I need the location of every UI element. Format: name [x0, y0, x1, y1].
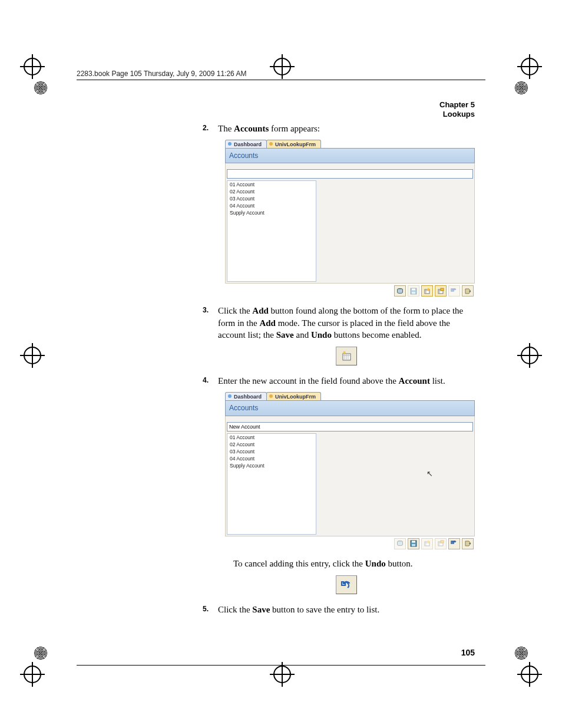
dot-icon — [228, 394, 232, 398]
close-button[interactable] — [462, 538, 474, 549]
tab-dashboard[interactable]: Dashboard — [225, 392, 267, 400]
step-number: 4. — [203, 375, 209, 385]
add-button-illustration — [336, 347, 357, 365]
chapter-heading: Chapter 5 Lookups — [439, 100, 475, 120]
form-title: Accounts — [225, 400, 475, 416]
tab-label: UnivLookupFrm — [275, 141, 316, 147]
chapter-title: Lookups — [439, 110, 475, 119]
step-text: form appears: — [269, 124, 320, 133]
database-button[interactable] — [394, 538, 406, 549]
step-text: To cancel adding this entry, click the — [233, 559, 365, 568]
screenshot-new-account: Dashboard UnivLookupFrm Accounts 01 Acco… — [225, 391, 475, 549]
delete-button[interactable] — [435, 538, 447, 549]
list-item[interactable]: 03 Account — [227, 448, 316, 455]
step-text: The — [218, 124, 234, 133]
list-item[interactable]: 04 Account — [227, 202, 316, 209]
step-text: Click the — [218, 605, 252, 614]
accounts-list[interactable]: 01 Account 02 Account 03 Account 04 Acco… — [227, 180, 316, 282]
crop-mark-icon — [273, 666, 291, 683]
svg-rect-6 — [441, 288, 444, 291]
step-text: Click the — [218, 306, 252, 315]
crop-mark-icon — [521, 347, 538, 364]
dot-icon — [269, 394, 273, 398]
crop-mark-icon — [24, 58, 41, 75]
list-item[interactable]: 01 Account — [227, 181, 316, 188]
svg-rect-10 — [412, 541, 415, 543]
crop-mark-icon — [24, 666, 41, 683]
delete-button[interactable] — [435, 285, 447, 297]
database-button[interactable] — [394, 285, 406, 297]
cancel-note: To cancel adding this entry, click the U… — [233, 558, 475, 569]
footer-rule — [77, 665, 485, 666]
screenshot-accounts-form: Dashboard UnivLookupFrm Accounts 01 Acco… — [225, 139, 475, 297]
register-disc-icon — [34, 647, 47, 660]
undo-button-illustration — [336, 575, 357, 594]
list-item[interactable]: Supply Account — [227, 462, 316, 469]
list-item[interactable]: 02 Account — [227, 188, 316, 195]
step-text: buttons become enabled. — [332, 330, 421, 340]
form-title: Accounts — [225, 148, 475, 163]
accounts-list[interactable]: 01 Account 02 Account 03 Account 04 Acco… — [227, 433, 316, 535]
step-text: Enter the new account in the field found… — [218, 376, 399, 386]
account-name-input[interactable] — [227, 169, 473, 179]
step-text: and — [294, 330, 311, 340]
step-text: button to save the entry to list. — [270, 605, 379, 614]
add-term: Add — [259, 318, 276, 328]
cursor-icon: ↖ — [427, 469, 433, 479]
step-2: 2. The Accounts form appears: Dashboard … — [203, 123, 475, 297]
save-term: Save — [276, 330, 294, 340]
tab-label: Dashboard — [234, 141, 262, 147]
crop-mark-icon — [521, 58, 538, 75]
tab-dashboard[interactable]: Dashboard — [225, 140, 267, 148]
register-disc-icon — [34, 81, 47, 94]
add-term: Add — [252, 306, 269, 315]
save-button[interactable] — [408, 285, 419, 297]
tab-label: Dashboard — [234, 394, 262, 400]
list-item[interactable]: 01 Account — [227, 434, 316, 441]
step-text: list. — [430, 376, 445, 386]
tab-univlookupfrm[interactable]: UnivLookupFrm — [266, 140, 321, 148]
step-text: button. — [386, 559, 413, 568]
svg-rect-11 — [412, 544, 415, 546]
step-4: 4. Enter the new account in the field fo… — [203, 375, 475, 594]
form-toolbar — [225, 536, 475, 549]
register-disc-icon — [515, 647, 528, 660]
list-item[interactable]: 03 Account — [227, 195, 316, 202]
step-number: 2. — [203, 123, 209, 133]
register-disc-icon — [515, 81, 528, 94]
form-toolbar — [225, 284, 475, 297]
list-item[interactable]: 04 Account — [227, 455, 316, 462]
crop-mark-icon — [273, 58, 291, 75]
header-rule — [77, 80, 485, 80]
tab-label: UnivLookupFrm — [275, 394, 316, 400]
crop-mark-icon — [24, 347, 41, 364]
step-5: 5. Click the Save button to save the ent… — [203, 604, 475, 615]
step-number: 3. — [203, 305, 209, 315]
svg-rect-2 — [412, 288, 415, 290]
dot-icon — [269, 142, 273, 146]
tab-univlookupfrm[interactable]: UnivLookupFrm — [266, 392, 321, 400]
undo-button[interactable] — [448, 538, 460, 549]
undo-term: Undo — [365, 559, 386, 568]
svg-rect-3 — [412, 292, 415, 294]
account-name-input[interactable] — [227, 422, 473, 431]
add-button[interactable] — [421, 538, 433, 549]
list-item[interactable]: 02 Account — [227, 441, 316, 448]
add-button[interactable] — [421, 285, 433, 297]
account-term: Account — [399, 376, 430, 386]
list-item[interactable]: Supply Account — [227, 209, 316, 216]
close-button[interactable] — [462, 285, 474, 297]
step-3: 3. Click the Add button found along the … — [203, 305, 475, 365]
undo-button[interactable] — [448, 285, 460, 297]
svg-rect-14 — [441, 541, 444, 543]
chapter-number: Chapter 5 — [439, 100, 475, 110]
dot-icon — [228, 142, 232, 146]
step-number: 5. — [203, 604, 209, 614]
running-head: 2283.book Page 105 Thursday, July 9, 200… — [77, 70, 246, 78]
save-term: Save — [252, 605, 270, 614]
page-number: 105 — [461, 648, 475, 657]
crop-mark-icon — [521, 666, 538, 683]
accounts-term: Accounts — [234, 124, 269, 133]
save-button[interactable] — [408, 538, 419, 549]
undo-term: Undo — [311, 330, 332, 340]
